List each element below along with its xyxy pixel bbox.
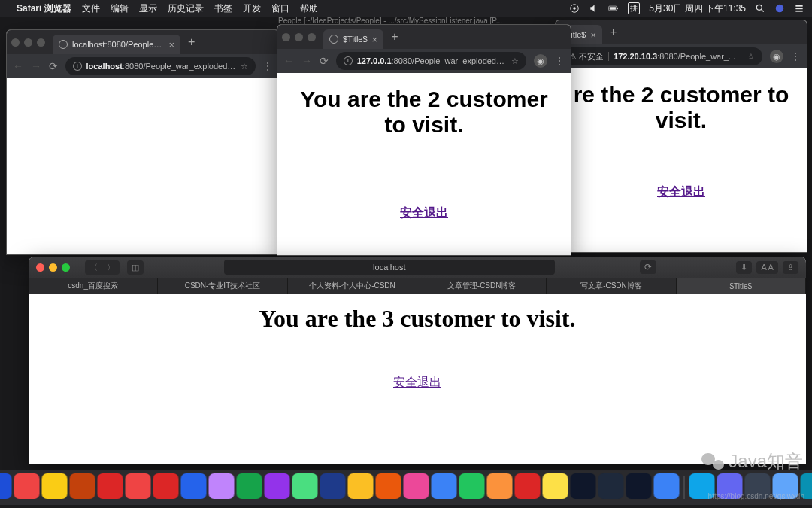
spotlight-icon[interactable]: [755, 3, 765, 14]
dock-app-icon[interactable]: [571, 473, 596, 499]
watermark: Java知音: [701, 449, 803, 473]
dock-app-icon[interactable]: [209, 473, 235, 499]
window-controls[interactable]: [36, 263, 70, 272]
app-name[interactable]: Safari 浏览器: [17, 2, 71, 15]
siri-icon[interactable]: [774, 3, 785, 14]
dock-app-icon[interactable]: [376, 473, 401, 499]
volume-icon[interactable]: [589, 3, 599, 14]
address-bar[interactable]: i localhost:8080/People_war_exploded/lo.…: [65, 57, 256, 75]
forward-icon: →: [301, 55, 312, 67]
new-tab-button[interactable]: +: [188, 35, 195, 49]
new-tab-button[interactable]: +: [610, 26, 617, 39]
quickaction-icon[interactable]: [569, 3, 580, 14]
menu-window[interactable]: 窗口: [271, 2, 289, 15]
menu-help[interactable]: 帮助: [300, 2, 318, 15]
svg-rect-10: [795, 11, 802, 12]
menu-icon[interactable]: ⋮: [555, 56, 565, 66]
sidebar-icon[interactable]: ◫: [127, 260, 144, 275]
svg-rect-4: [617, 8, 618, 9]
globe-icon: [59, 40, 68, 49]
dock: [0, 470, 812, 505]
site-info-icon[interactable]: i: [344, 56, 353, 65]
tab-title: localhost:8080/People_war_ex: [72, 40, 164, 49]
dock-app-icon[interactable]: [42, 473, 68, 499]
tab[interactable]: localhost:8080/People_war_ex×: [53, 35, 180, 54]
dock-app-icon[interactable]: [98, 473, 123, 499]
back-icon[interactable]: ←: [283, 55, 294, 67]
new-tab-button[interactable]: +: [391, 30, 398, 44]
dock-app-icon[interactable]: [404, 473, 429, 499]
dock-app-icon[interactable]: [292, 473, 318, 499]
dock-app-icon[interactable]: [126, 473, 151, 499]
address-bar[interactable]: localhost: [224, 260, 555, 275]
site-info-icon[interactable]: i: [73, 62, 82, 71]
watermark-url: https://blog.csdn.net/qsjwxdh: [708, 492, 804, 500]
notification-icon[interactable]: [794, 3, 804, 14]
menu-view[interactable]: 显示: [139, 2, 157, 15]
textsize-icon[interactable]: A A: [756, 261, 778, 274]
reload-icon[interactable]: ⟳: [49, 60, 58, 72]
chrome-window-3: Title$× + ⚠ 不安全 172.20.10.3:8080/People_…: [555, 20, 807, 253]
dock-app-icon[interactable]: [626, 473, 652, 499]
menu-develop[interactable]: 开发: [243, 2, 261, 15]
dock-app-icon[interactable]: [598, 473, 624, 499]
dock-app-icon[interactable]: [543, 473, 568, 499]
address-bar[interactable]: i 127.0.0.1:8080/People_war_exploded/in.…: [336, 52, 526, 70]
safari-tab[interactable]: 文章管理-CSDN博客: [417, 278, 547, 294]
nav-buttons[interactable]: 〈〉: [85, 260, 120, 275]
reload-icon[interactable]: ⟳: [320, 55, 329, 67]
safari-tab[interactable]: 写文章-CSDN博客: [547, 278, 676, 294]
close-icon[interactable]: ×: [591, 29, 597, 41]
menu-edit[interactable]: 编辑: [111, 2, 129, 15]
dock-app-icon[interactable]: [265, 473, 290, 499]
download-icon[interactable]: ⬇: [736, 261, 752, 274]
dock-app-icon[interactable]: [320, 473, 346, 499]
reload-icon[interactable]: ⟳: [640, 260, 656, 274]
back-icon[interactable]: 〈: [85, 260, 102, 275]
menu-icon[interactable]: ⋮: [263, 61, 273, 71]
logout-link[interactable]: 安全退出: [657, 184, 705, 200]
logout-link[interactable]: 安全退出: [400, 205, 448, 221]
dock-app-icon[interactable]: [181, 473, 207, 499]
dock-app-icon[interactable]: [14, 473, 40, 499]
dock-app-icon[interactable]: [515, 473, 541, 499]
bookmark-icon[interactable]: ☆: [511, 56, 519, 66]
bookmark-icon[interactable]: ☆: [747, 52, 755, 62]
chrome-window-2: $Title$× + ← → ⟳ i 127.0.0.1:8080/People…: [277, 24, 571, 256]
dock-app-icon[interactable]: [459, 473, 485, 499]
profile-icon[interactable]: ◉: [534, 54, 547, 68]
safari-tab[interactable]: $Title$: [677, 278, 806, 294]
dock-app-icon[interactable]: [70, 473, 95, 499]
dock-app-icon[interactable]: [237, 473, 262, 499]
dock-app-icon[interactable]: [487, 473, 513, 499]
profile-icon[interactable]: ◉: [770, 50, 783, 63]
logout-link[interactable]: 安全退出: [393, 375, 441, 391]
dock-app-icon[interactable]: [654, 473, 680, 499]
safari-tab[interactable]: 个人资料-个人中心-CSDN: [288, 278, 417, 294]
page-heading: You are the 2 customer to visit.: [286, 87, 562, 138]
back-icon[interactable]: ←: [13, 60, 23, 72]
tab[interactable]: $Title$×: [323, 29, 383, 49]
dock-app-icon[interactable]: [348, 473, 374, 499]
menu-bookmarks[interactable]: 书签: [214, 2, 232, 15]
dock-app-icon[interactable]: [432, 473, 457, 499]
close-icon[interactable]: ×: [168, 39, 174, 50]
ime-icon[interactable]: 拼: [628, 2, 640, 14]
close-icon[interactable]: ×: [372, 34, 378, 45]
dock-app-icon[interactable]: [153, 473, 179, 499]
bookmark-icon[interactable]: ☆: [241, 62, 248, 71]
svg-rect-8: [795, 5, 802, 7]
menu-icon[interactable]: ⋮: [791, 51, 801, 62]
address-bar[interactable]: ⚠ 不安全 172.20.10.3:8080/People_war_... ☆: [562, 47, 762, 65]
wechat-icon: [701, 452, 724, 471]
dock-app-icon[interactable]: [0, 473, 12, 499]
menu-history[interactable]: 历史记录: [168, 2, 204, 15]
mac-menubar: Safari 浏览器 文件 编辑 显示 历史记录 书签 开发 窗口 帮助 拼 5…: [0, 0, 812, 17]
safari-tab[interactable]: csdn_百度搜索: [29, 278, 158, 294]
battery-icon[interactable]: [608, 3, 619, 14]
share-icon[interactable]: ⇪: [783, 261, 798, 274]
safari-tab[interactable]: CSDN-专业IT技术社区: [158, 278, 287, 294]
menu-file[interactable]: 文件: [82, 2, 100, 15]
datetime[interactable]: 5月30日 周四 下午11:35: [649, 2, 746, 15]
forward-icon[interactable]: 〉: [102, 260, 120, 275]
